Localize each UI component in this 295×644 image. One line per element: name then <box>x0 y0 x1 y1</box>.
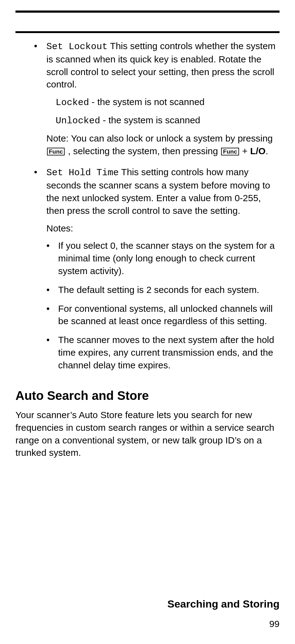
bullet-set-lockout: Set Lockout This setting controls whethe… <box>34 40 280 91</box>
page-footer: Searching and Storing 99 <box>15 598 280 629</box>
page: Set Lockout This setting controls whethe… <box>0 0 295 644</box>
unlocked-line: Unlocked - the system is scanned <box>56 114 280 127</box>
note-text: For conventional systems, all unlocked c… <box>58 303 280 328</box>
label-set-hold-time: Set Hold Time <box>46 167 119 178</box>
top-rule-thick <box>15 11 280 13</box>
bullet-dot <box>34 40 46 91</box>
note-text: If you select 0, the scanner stays on th… <box>58 239 280 277</box>
bullet-dot <box>46 239 58 277</box>
lo-key: L/O <box>250 146 266 156</box>
locked-line: Locked - the system is not scanned <box>56 96 280 109</box>
section-heading: Auto Search and Store <box>15 387 280 404</box>
list-item: If you select 0, the scanner stays on th… <box>46 239 280 277</box>
note-prefix: Note: You can also lock or unlock a syst… <box>46 133 273 143</box>
section-body: Your scanner’s Auto Store feature lets y… <box>15 409 280 459</box>
main-content: Set Lockout This setting controls whethe… <box>15 40 280 459</box>
top-rule-thin <box>15 31 280 33</box>
lockout-note: Note: You can also lock or unlock a syst… <box>46 132 280 158</box>
label-set-lockout: Set Lockout <box>46 41 108 52</box>
bullet-body: Set Hold Time This setting controls how … <box>46 166 280 217</box>
hold-time-notes: If you select 0, the scanner stays on th… <box>46 239 280 371</box>
notes-label: Notes: <box>46 223 73 233</box>
note-plus: + <box>240 146 250 156</box>
notes-label-block: Notes: <box>46 222 280 235</box>
note-text: The scanner moves to the next system aft… <box>58 334 280 371</box>
list-item: The scanner moves to the next system aft… <box>46 334 280 371</box>
bullet-dot <box>34 166 46 217</box>
list-item: For conventional systems, all unlocked c… <box>46 303 280 328</box>
bullet-body: Set Lockout This setting controls whethe… <box>46 40 280 91</box>
bullet-dot <box>46 284 58 296</box>
footer-title: Searching and Storing <box>15 598 280 610</box>
bullet-dot <box>46 303 58 328</box>
func-key-icon: Func <box>221 148 239 155</box>
note-text: The default setting is 2 seconds for eac… <box>58 284 280 296</box>
list-item: The default setting is 2 seconds for eac… <box>46 284 280 296</box>
note-end: . <box>266 146 268 156</box>
bullet-set-hold-time: Set Hold Time This setting controls how … <box>34 166 280 217</box>
label-unlocked: Unlocked <box>56 116 100 126</box>
desc-locked: - the system is not scanned <box>89 97 205 107</box>
func-key-icon: Func <box>47 148 65 155</box>
bullet-dot <box>46 334 58 371</box>
desc-unlocked: - the system is scanned <box>100 115 200 125</box>
page-number: 99 <box>15 619 280 629</box>
note-mid: , selecting the system, then pressing <box>65 146 220 156</box>
label-locked: Locked <box>56 97 89 108</box>
